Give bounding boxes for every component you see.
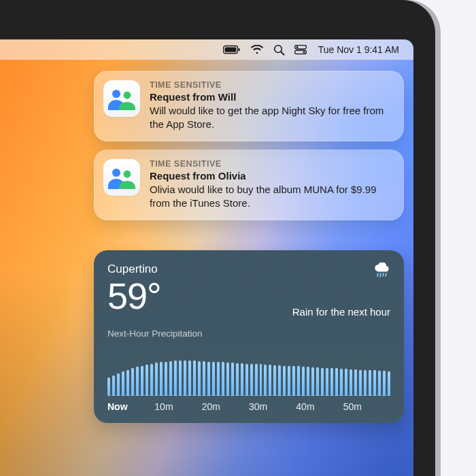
precipitation-bar: [126, 370, 129, 396]
weather-location: Cupertino: [107, 262, 161, 276]
precipitation-bar: [283, 366, 286, 396]
precipitation-bar: [203, 361, 205, 396]
precipitation-bar: [250, 364, 253, 396]
precipitation-bar: [136, 367, 139, 396]
precipitation-bar: [146, 364, 148, 396]
svg-point-8: [303, 51, 305, 53]
weather-condition-text: Rain for the next hour: [292, 306, 390, 318]
precipitation-bar: [179, 360, 182, 396]
notification-body: TIME SENSITIVE Request from Will Will wo…: [150, 80, 392, 131]
precipitation-bar: [369, 370, 371, 396]
svg-point-6: [296, 46, 298, 48]
precipitation-bar: [273, 365, 276, 396]
svg-line-4: [281, 52, 284, 55]
precipitation-bar: [316, 367, 319, 396]
precipitation-bar: [330, 368, 333, 396]
axis-tick: 20m: [202, 401, 249, 412]
precipitation-bar: [383, 371, 386, 396]
precipitation-bar: [112, 375, 115, 396]
notification-body: TIME SENSITIVE Request from Olivia Olivi…: [150, 159, 392, 209]
rain-cloud-icon: [373, 262, 390, 282]
precipitation-bar: [245, 364, 248, 396]
precipitation-bar: [307, 367, 309, 396]
precipitation-bar: [373, 370, 376, 396]
precipitation-bar: [378, 371, 381, 396]
svg-point-9: [112, 90, 120, 98]
precipitation-bar: [388, 371, 390, 396]
precipitation-bar: [340, 369, 343, 396]
axis-tick: 30m: [249, 401, 296, 412]
precipitation-bar: [269, 364, 271, 396]
precipitation-bar: [288, 366, 290, 396]
precipitation-bar: [212, 362, 215, 396]
precipitation-bar: [160, 362, 163, 396]
precipitation-bar: [264, 364, 267, 396]
wifi-icon[interactable]: [245, 39, 269, 60]
axis-tick: Now: [107, 401, 154, 412]
precipitation-bar: [260, 364, 262, 396]
precipitation-chart: [107, 345, 390, 396]
notification-title: Request from Will: [150, 91, 392, 103]
precipitation-bar: [321, 368, 324, 396]
precipitation-bar: [335, 368, 338, 396]
control-center-icon[interactable]: [290, 39, 311, 60]
weather-widget[interactable]: Cupertino 59°: [94, 250, 404, 423]
notification-tag: TIME SENSITIVE: [150, 159, 392, 169]
precipitation-bar: [364, 370, 367, 396]
weather-right: Rain for the next hour: [292, 262, 390, 318]
precipitation-bar: [131, 368, 134, 396]
axis-tick: 40m: [296, 401, 343, 412]
precipitation-bar: [117, 373, 120, 396]
weather-header: Cupertino 59°: [107, 262, 390, 318]
precipitation-bar: [359, 370, 362, 396]
precipitation-bar: [207, 362, 210, 396]
notification-message: Olivia would like to buy the album MUNA …: [150, 183, 392, 209]
precipitation-bar: [193, 360, 196, 396]
precipitation-bar: [141, 366, 143, 396]
battery-icon[interactable]: [218, 39, 245, 60]
precipitation-bar: [345, 369, 347, 396]
notification-tag: TIME SENSITIVE: [150, 80, 392, 90]
precipitation-bar: [122, 371, 124, 396]
family-sharing-app-icon: [103, 159, 140, 196]
precipitation-bar: [174, 360, 177, 396]
precipitation-bar: [155, 362, 158, 396]
notification-title: Request from Olivia: [150, 170, 392, 182]
precipitation-bar: [255, 364, 258, 396]
precipitation-bar: [226, 362, 229, 396]
precipitation-bar: [107, 377, 110, 396]
svg-line-14: [380, 273, 381, 277]
menu-bar-datetime[interactable]: Tue Nov 1 9:41 AM: [311, 39, 404, 60]
axis-tick: 10m: [154, 401, 201, 412]
precipitation-bar: [217, 362, 220, 396]
precipitation-bar: [326, 368, 328, 396]
precipitation-bar: [188, 360, 191, 396]
precipitation-bar: [241, 363, 243, 396]
precipitation-bar: [278, 365, 281, 396]
weather-left: Cupertino 59°: [107, 262, 161, 314]
notification-card[interactable]: TIME SENSITIVE Request from Olivia Olivi…: [94, 150, 404, 220]
weather-temperature: 59°: [107, 277, 161, 314]
search-icon[interactable]: [269, 39, 290, 60]
svg-line-13: [377, 273, 378, 276]
svg-point-12: [124, 171, 131, 178]
menu-bar: Tue Nov 1 9:41 AM: [0, 39, 413, 60]
precipitation-bar: [302, 367, 305, 396]
notification-stack: TIME SENSITIVE Request from Will Will wo…: [94, 71, 404, 220]
desktop-screen: Tue Nov 1 9:41 AM TIME SENSITIVE Request…: [0, 39, 413, 476]
precipitation-bar: [236, 363, 239, 396]
axis-tick: 50m: [343, 401, 390, 412]
precipitation-bar: [222, 362, 224, 396]
svg-point-10: [124, 92, 131, 99]
weather-chart-label: Next-Hour Precipitation: [107, 328, 390, 339]
notification-card[interactable]: TIME SENSITIVE Request from Will Will wo…: [94, 71, 404, 141]
svg-rect-2: [238, 48, 239, 51]
precipitation-bar: [354, 369, 357, 396]
family-sharing-app-icon: [103, 80, 140, 117]
precipitation-bar: [184, 360, 186, 396]
precipitation-bar: [165, 362, 167, 396]
precipitation-bar: [350, 369, 352, 396]
svg-point-11: [112, 169, 120, 177]
precipitation-axis: Now10m20m30m40m50m: [107, 401, 390, 412]
precipitation-bar: [198, 361, 201, 396]
